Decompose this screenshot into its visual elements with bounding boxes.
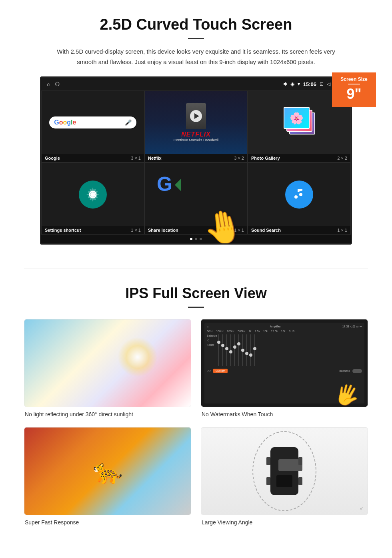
amp-slider-1[interactable] [218,334,219,366]
photo-stack: 🌸 [283,106,315,138]
car-wheel-fl [266,457,270,465]
touch-hand-amp: 🖐 [332,380,363,407]
amp-slider-5[interactable] [234,334,235,366]
app-grid-row1: Google 🎤 Google 3 × 1 [41,90,351,163]
amp-slider-8[interactable] [246,334,247,366]
car-wheel-rr [298,477,302,485]
google-mic-icon[interactable]: 🎤 [125,119,132,126]
section1-title: 2.5D Curved Touch Screen [24,16,368,33]
feature-img-carview: ↙ [201,427,368,515]
netflix-subtitle: Continue Marvel's Daredevil [174,138,218,142]
app-cell-share-location[interactable]: G 🤚 Share location 1 × 1 [144,163,248,235]
usb-icon: ⚇ [55,81,60,87]
camera-icon: ⊡ [320,81,324,87]
settings-content [42,163,144,226]
section1-description: With 2.5D curved-display screen, this de… [56,46,336,67]
share-location-label-bar: Share location 1 × 1 [145,226,247,234]
feature-item-carview: ↙ Large Viewing Angle [201,427,368,526]
sound-search-label-bar: Sound Search 1 × 1 [248,226,350,234]
sound-search-app-size: 1 × 1 [337,228,347,233]
feature-item-sunlight: No light reflecting under 360° direct su… [24,319,191,417]
car-top-view [264,439,304,503]
play-triangle-icon [194,113,199,119]
section-ips: IPS Full Screen View No light reflecting… [0,285,392,542]
feature-img-amplifier: ⌂ Amplifier 17:33 ◁ ⊡ ▭ ↩ 60hz100hz200hz… [201,319,368,407]
svg-text:G: G [157,173,172,195]
amp-slider-3[interactable] [226,334,227,366]
svg-marker-4 [175,179,181,191]
wifi-icon: ▾ [298,81,300,87]
feature-grid: No light reflecting under 360° direct su… [24,319,368,526]
app-grid-row2: Settings shortcut 1 × 1 G [41,163,351,235]
amp-slider-6[interactable] [238,334,239,366]
play-button[interactable] [190,110,202,122]
feature-caption-sunlight: No light reflecting under 360° direct su… [24,411,191,417]
feature-item-cheetah: 🐆 Super Fast Response [24,427,191,526]
viewing-angle-arrow: ↙ [360,505,364,511]
pagination-dot-3[interactable] [200,238,202,240]
location-icon: ◉ [290,81,294,87]
amp-slider-9[interactable] [250,334,251,366]
feature-caption-amplifier: No Watermarks When Touch [201,411,368,417]
feature-img-sunlight [24,319,191,407]
share-location-content: G [145,163,247,226]
photo-card-1: 🌸 [284,107,310,129]
feature-img-cheetah: 🐆 [24,427,191,515]
settings-icon-circle [79,181,107,209]
amp-slider-7[interactable] [242,334,243,366]
netflix-logo: NETFLIX [181,131,211,138]
amp-slider-2[interactable] [222,334,223,366]
amp-home-icon: ⌂ [207,325,208,328]
section-divider [24,269,368,269]
google-logo: Google [54,119,76,126]
cheetah-visual: 🐆 [24,428,191,515]
amp-time: 17:33 ◁ ⊡ ▭ ↩ [342,325,362,328]
screen-badge: Screen Size 9" [332,72,376,107]
badge-label: Screen Size [335,76,373,82]
sound-search-content [248,163,350,226]
volume-icon: ◁ [327,81,330,87]
badge-size: 9" [346,86,361,102]
amp-sliders [218,334,362,366]
car-body [270,447,298,495]
maps-icon: G [157,171,181,197]
sound-search-icon-circle [285,181,313,209]
android-screen: ⌂ ⚇ ✱ ◉ ▾ 15:06 ⊡ ◁ ⊠ ▭ [40,76,352,245]
status-time: 15:06 [303,81,316,87]
amp-bottom-bar: ◁◁ Custom loudness [207,369,362,373]
netflix-app-size: 3 × 2 [234,156,244,161]
share-location-bg: G [145,163,247,226]
settings-app-name: Settings shortcut [45,228,81,233]
amp-slider-4[interactable] [230,334,231,366]
google-content: Google 🎤 [42,91,144,154]
amp-freq-labels: 60hz100hz200hz500hz1k2.5k10k12.5k15kSUB [207,330,362,333]
sunlight-visual [24,319,191,407]
pagination-dot-1[interactable] [190,238,192,240]
flower-emoji: 🌸 [290,111,304,124]
app-cell-google[interactable]: Google 🎤 Google 3 × 1 [41,90,144,163]
badge-underline [348,84,360,84]
title-underline [188,38,204,39]
share-location-app-name: Share location [148,228,178,233]
feature-caption-carview: Large Viewing Angle [201,519,368,526]
amp-side-labels: Balance ◁ Fader [207,334,217,366]
car-wheel-fr [298,457,302,465]
pagination-dot-2[interactable] [195,238,197,240]
app-cell-settings[interactable]: Settings shortcut 1 × 1 [41,163,144,235]
section2-title-underline [188,307,204,308]
amp-status-bar: ⌂ Amplifier 17:33 ◁ ⊡ ▭ ↩ [207,325,362,328]
amp-slider-10[interactable] [254,334,255,366]
sound-search-app-name: Sound Search [251,228,281,233]
netflix-content: NETFLIX Continue Marvel's Daredevil [145,91,247,154]
google-widget[interactable]: Google 🎤 [49,116,136,128]
amp-screen: ⌂ Amplifier 17:33 ◁ ⊡ ▭ ↩ 60hz100hz200hz… [204,323,364,403]
settings-label-bar: Settings shortcut 1 × 1 [42,226,144,234]
home-icon: ⌂ [47,81,50,87]
bluetooth-icon: ✱ [283,81,287,87]
app-cell-netflix[interactable]: NETFLIX Continue Marvel's Daredevil Netf… [144,90,248,163]
app-cell-sound-search[interactable]: Sound Search 1 × 1 [248,163,351,235]
car-wheel-rl [266,477,270,485]
svg-point-2 [91,193,95,197]
sunlight-glow [118,337,158,377]
settings-app-size: 1 × 1 [131,228,141,233]
